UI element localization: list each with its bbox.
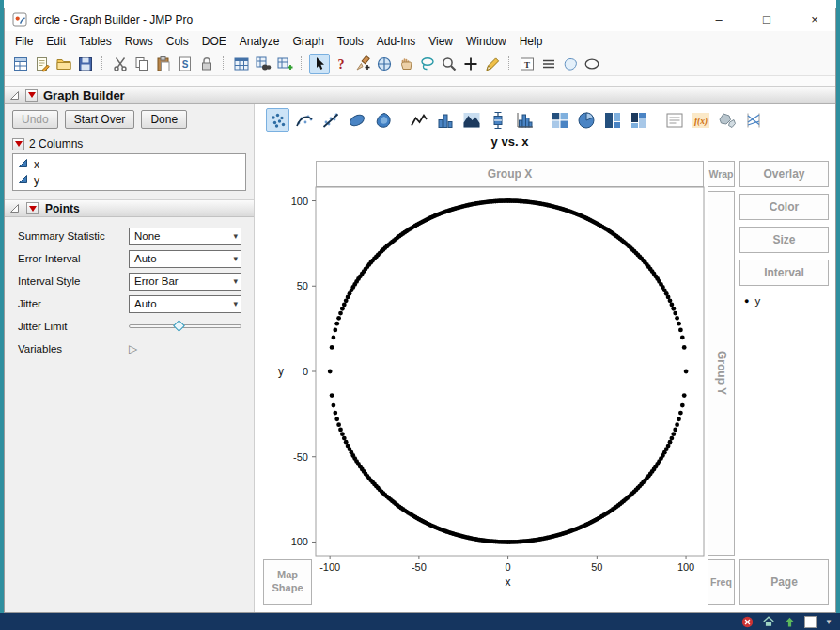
- drop-zone-group-y[interactable]: Group Y: [708, 191, 735, 556]
- minimize-button[interactable]: –: [698, 8, 739, 31]
- pie-element-icon[interactable]: [574, 108, 598, 132]
- red-triangle-menu-icon[interactable]: [25, 89, 38, 102]
- main-toolbar: S?T: [5, 52, 835, 76]
- undo-button[interactable]: Undo: [12, 110, 58, 129]
- summary-statistic-select[interactable]: None▾: [129, 228, 241, 245]
- statusbar-dropdown-icon[interactable]: ▼: [825, 618, 832, 626]
- paste-icon[interactable]: [153, 54, 174, 74]
- legend-marker-icon: ●: [744, 297, 749, 306]
- text-annotation-icon[interactable]: T: [517, 54, 537, 74]
- up-arrow-icon[interactable]: [784, 616, 796, 628]
- polygon-annotation-icon[interactable]: [560, 54, 581, 74]
- line-annotation-icon[interactable]: [538, 54, 559, 74]
- menu-cols[interactable]: Cols: [160, 33, 195, 50]
- maximize-button[interactable]: □: [746, 8, 787, 31]
- jitter-select[interactable]: Auto▾: [129, 295, 241, 313]
- crosshair-tool-icon[interactable]: [374, 54, 395, 74]
- jitter-limit-slider[interactable]: [129, 321, 241, 332]
- menu-analyze[interactable]: Analyze: [233, 33, 287, 50]
- lasso-tool-icon[interactable]: [417, 54, 438, 74]
- slider-thumb-icon[interactable]: [173, 320, 185, 332]
- start-over-button[interactable]: Start Over: [65, 110, 135, 129]
- points-element-icon[interactable]: [266, 108, 289, 132]
- map-shapes-element-icon[interactable]: [715, 108, 739, 132]
- table-window-icon[interactable]: [231, 54, 252, 74]
- column-item-y[interactable]: y: [16, 172, 242, 188]
- ellipse-element-icon[interactable]: [345, 108, 368, 132]
- points-collapse-triangle-icon[interactable]: [9, 203, 20, 213]
- error-interval-select[interactable]: Auto▾: [129, 250, 241, 268]
- parallel-element-icon[interactable]: [741, 108, 765, 132]
- bar-element-icon[interactable]: [433, 108, 457, 132]
- menu-window[interactable]: Window: [459, 33, 513, 50]
- drop-zone-size[interactable]: Size: [739, 227, 829, 253]
- caption-box-element-icon[interactable]: [662, 108, 686, 132]
- box-plot-element-icon[interactable]: [486, 108, 509, 132]
- grabber-tool-icon[interactable]: [396, 54, 416, 74]
- control-error-interval: Error IntervalAuto▾: [18, 247, 244, 270]
- new-data-table-icon[interactable]: [10, 54, 31, 74]
- columns-header-label: 2 Columns: [29, 137, 83, 150]
- plus-tool-icon[interactable]: [460, 54, 481, 74]
- arrow-tool-icon[interactable]: [309, 54, 330, 74]
- points-red-triangle-icon[interactable]: [26, 202, 39, 214]
- table-add-icon[interactable]: [274, 54, 295, 74]
- columns-red-triangle-icon[interactable]: [12, 138, 24, 150]
- formula-element-icon[interactable]: f(x): [689, 108, 712, 132]
- mosaic-element-icon[interactable]: [627, 108, 650, 132]
- columns-list[interactable]: xy: [12, 153, 246, 191]
- oval-annotation-icon[interactable]: [582, 54, 602, 74]
- graph-canvas-area: f(x) y vs. x Group X Wrap Overlay Color …: [255, 104, 835, 612]
- menu-tools[interactable]: Tools: [331, 33, 370, 50]
- home-icon[interactable]: [762, 615, 775, 628]
- help-tool-icon[interactable]: ?: [331, 54, 351, 74]
- menu-file[interactable]: File: [8, 33, 39, 50]
- svg-text:y: y: [278, 365, 284, 378]
- menu-graph[interactable]: Graph: [286, 33, 330, 50]
- table-binoculars-icon[interactable]: [253, 54, 273, 74]
- menu-tables[interactable]: Tables: [72, 33, 118, 50]
- drop-zone-overlay[interactable]: Overlay: [739, 161, 829, 187]
- smoother-element-icon[interactable]: [292, 108, 316, 132]
- combo-arrow-icon: ▾: [233, 276, 238, 286]
- new-journal-icon[interactable]: [32, 54, 53, 74]
- menu-rows[interactable]: Rows: [118, 33, 160, 50]
- save-icon[interactable]: [75, 54, 96, 74]
- color-chip[interactable]: [804, 616, 817, 628]
- drop-zone-color[interactable]: Color: [739, 194, 829, 220]
- contour-element-icon[interactable]: [371, 108, 395, 132]
- svg-text:100: 100: [677, 561, 694, 573]
- copy-icon[interactable]: [132, 54, 152, 74]
- menu-add-ins[interactable]: Add-Ins: [370, 33, 422, 50]
- collapse-triangle-icon[interactable]: [9, 90, 20, 101]
- heatmap-element-icon[interactable]: [548, 108, 571, 132]
- drop-zone-page[interactable]: Page: [739, 559, 829, 605]
- annotate-tool-icon[interactable]: [482, 54, 503, 74]
- done-button[interactable]: Done: [141, 110, 187, 129]
- area-element-icon[interactable]: [459, 108, 483, 132]
- variables-disclosure-icon[interactable]: ▷: [129, 342, 137, 355]
- cut-icon[interactable]: [110, 54, 131, 74]
- close-button[interactable]: ×: [794, 8, 835, 31]
- menu-view[interactable]: View: [422, 33, 459, 50]
- line-element-icon[interactable]: [407, 108, 430, 132]
- screen: circle - Graph Builder - JMP Pro – □ × F…: [0, 0, 840, 630]
- line-of-fit-element-icon[interactable]: [319, 108, 342, 132]
- treemap-element-icon[interactable]: [600, 108, 624, 132]
- histogram-element-icon[interactable]: [512, 108, 536, 132]
- menu-edit[interactable]: Edit: [39, 33, 72, 50]
- magnifier-tool-icon[interactable]: [439, 54, 459, 74]
- error-log-icon[interactable]: [741, 616, 754, 628]
- lock-icon[interactable]: [196, 54, 217, 74]
- column-item-x[interactable]: x: [16, 156, 242, 172]
- drop-zone-wrap[interactable]: Wrap: [708, 161, 735, 187]
- brush-tool-icon[interactable]: [352, 54, 373, 74]
- drop-zone-freq[interactable]: Freq: [708, 559, 735, 605]
- copy-script-icon[interactable]: S: [175, 54, 195, 74]
- scatter-plot[interactable]: -100-50050100-100-50050100xy: [264, 180, 706, 593]
- open-folder-icon[interactable]: [54, 54, 74, 74]
- drop-zone-interval[interactable]: Interval: [739, 260, 829, 286]
- menu-help[interactable]: Help: [513, 33, 550, 50]
- interval-style-select[interactable]: Error Bar▾: [129, 273, 241, 291]
- menu-doe[interactable]: DOE: [195, 33, 233, 50]
